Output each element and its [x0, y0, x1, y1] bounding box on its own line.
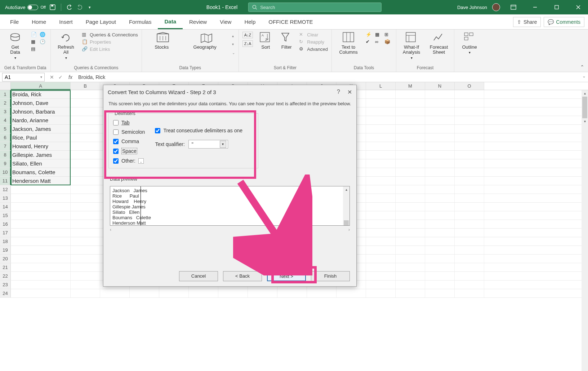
fx-icon[interactable]: fx — [66, 74, 75, 80]
cell[interactable] — [396, 125, 425, 133]
next-button[interactable]: Next > — [267, 271, 306, 281]
from-web-icon[interactable]: 🌐 — [40, 32, 45, 37]
cell[interactable] — [11, 263, 71, 271]
cell[interactable] — [366, 281, 396, 289]
comma-checkbox[interactable] — [113, 139, 119, 144]
tab-page-layout[interactable]: Page Layout — [79, 15, 122, 28]
cell[interactable] — [455, 289, 484, 297]
cell[interactable] — [11, 211, 71, 220]
cell[interactable] — [425, 194, 455, 202]
cell[interactable] — [425, 107, 455, 116]
text-qualifier-select[interactable]: " ▾ — [188, 140, 228, 149]
cell[interactable] — [11, 272, 71, 280]
share-button[interactable]: ⇧Share — [513, 17, 541, 27]
cell[interactable] — [455, 185, 484, 194]
cell[interactable] — [130, 289, 159, 297]
cell[interactable]: Henderson Matt — [11, 177, 71, 185]
cell[interactable] — [396, 159, 425, 168]
back-button[interactable]: < Back — [223, 271, 262, 281]
cell[interactable] — [425, 159, 455, 168]
refresh-all-button[interactable]: Refresh All▾ — [54, 32, 77, 60]
delimiter-tab[interactable]: Tab — [113, 120, 145, 125]
cell[interactable] — [425, 133, 455, 142]
cell[interactable] — [11, 203, 71, 211]
formula-bar-expand-icon[interactable]: ⌄ — [582, 74, 586, 79]
cell[interactable] — [11, 289, 71, 297]
cell[interactable] — [71, 255, 100, 263]
cell[interactable] — [337, 289, 366, 297]
cell[interactable] — [455, 177, 484, 185]
column-header-L[interactable]: L — [366, 82, 396, 90]
cell[interactable] — [425, 281, 455, 289]
dialog-help-icon[interactable]: ? — [337, 89, 340, 96]
cell[interactable] — [396, 229, 425, 237]
scroll-down-icon[interactable]: ▾ — [582, 118, 588, 125]
cell[interactable] — [396, 133, 425, 142]
cell[interactable] — [71, 246, 100, 254]
cell[interactable] — [455, 281, 484, 289]
cell[interactable] — [71, 168, 100, 176]
vertical-scrollbar[interactable]: ▴ ▾ — [582, 90, 588, 371]
cell[interactable] — [366, 99, 396, 107]
cell[interactable] — [159, 289, 189, 297]
queries-connections-button[interactable]: ▥Queries & Connections — [82, 32, 138, 37]
row-header[interactable]: 10 — [0, 168, 11, 176]
cell[interactable] — [455, 255, 484, 263]
cell[interactable] — [396, 281, 425, 289]
cell[interactable] — [455, 159, 484, 168]
cell[interactable] — [425, 255, 455, 263]
cell[interactable] — [455, 168, 484, 176]
cell[interactable] — [396, 90, 425, 98]
cell[interactable] — [425, 151, 455, 159]
cell[interactable] — [455, 211, 484, 220]
cell[interactable] — [396, 289, 425, 297]
sort-az-icon[interactable]: A↓Z — [242, 32, 253, 38]
cell[interactable] — [71, 159, 100, 168]
cell[interactable] — [366, 229, 396, 237]
column-header-M[interactable]: M — [396, 82, 425, 90]
cell[interactable] — [425, 142, 455, 150]
row-header[interactable]: 14 — [0, 203, 11, 211]
tab-review[interactable]: Review — [183, 15, 213, 28]
get-data-button[interactable]: Get Data▾ — [4, 32, 27, 60]
cell[interactable] — [366, 255, 396, 263]
column-header-B[interactable]: B — [71, 82, 100, 90]
cell[interactable] — [455, 90, 484, 98]
row-header[interactable]: 13 — [0, 194, 11, 202]
properties-button[interactable]: 📋Properties — [82, 39, 138, 45]
cell[interactable] — [366, 159, 396, 168]
user-name[interactable]: Dave Johnson — [457, 5, 487, 10]
row-header[interactable]: 19 — [0, 246, 11, 254]
cell[interactable] — [11, 220, 71, 228]
cell[interactable] — [425, 211, 455, 220]
cell[interactable] — [366, 125, 396, 133]
preview-scroll-thumb[interactable] — [344, 220, 349, 226]
row-header[interactable]: 16 — [0, 220, 11, 228]
cell[interactable] — [396, 263, 425, 271]
ribbon-display-icon[interactable] — [505, 0, 522, 14]
cell[interactable] — [71, 185, 100, 194]
gallery-expand-icon[interactable]: ⌄ — [232, 51, 235, 55]
row-header[interactable]: 1 — [0, 90, 11, 98]
name-box[interactable]: A1 ▾ — [2, 73, 45, 81]
cell[interactable] — [71, 203, 100, 211]
chevron-up-icon[interactable]: ▴ — [232, 34, 235, 38]
cell[interactable] — [425, 220, 455, 228]
whatif-button[interactable]: What-If Analysis▾ — [400, 32, 423, 60]
filter-button[interactable]: Filter — [278, 32, 295, 50]
cell[interactable] — [71, 151, 100, 159]
autosave-toggle[interactable]: AutoSave Off — [5, 5, 46, 10]
cell[interactable] — [455, 116, 484, 124]
maximize-icon[interactable] — [548, 0, 565, 14]
cell[interactable] — [455, 125, 484, 133]
cell[interactable] — [425, 116, 455, 124]
row-header[interactable]: 7 — [0, 142, 11, 150]
preview-vscroll[interactable]: ▴ ▾ — [343, 186, 349, 225]
row-header[interactable]: 21 — [0, 263, 11, 271]
cell[interactable] — [71, 263, 100, 271]
row-header[interactable]: 15 — [0, 211, 11, 220]
cell[interactable]: Boumans, Colette — [11, 168, 71, 176]
cell[interactable] — [396, 177, 425, 185]
cell[interactable] — [455, 142, 484, 150]
other-delimiter-input[interactable] — [138, 158, 144, 164]
